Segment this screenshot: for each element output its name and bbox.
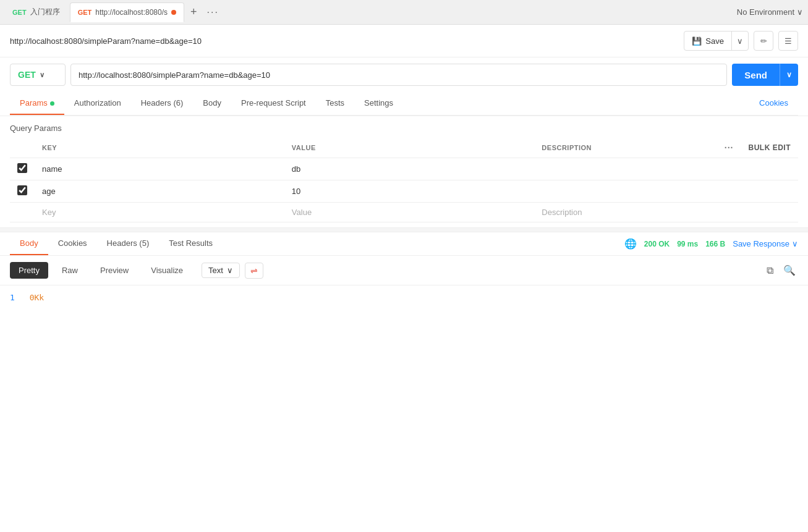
format-tab-preview[interactable]: Preview bbox=[91, 262, 137, 279]
env-chevron-icon: ∨ bbox=[797, 7, 803, 17]
tab-params[interactable]: Params bbox=[10, 92, 64, 115]
row-checkbox-1[interactable] bbox=[17, 163, 27, 173]
tab-prerequest[interactable]: Pre-request Script bbox=[231, 92, 316, 115]
method-url-row: GET ∨ Send ∨ bbox=[10, 57, 798, 92]
text-select-chevron: ∨ bbox=[227, 266, 233, 275]
key-cell-2[interactable]: age bbox=[35, 180, 284, 203]
table-row: name db bbox=[10, 158, 798, 180]
params-dot bbox=[50, 101, 54, 106]
text-select[interactable]: Text ∨ bbox=[202, 263, 240, 278]
format-toolbar: Pretty Raw Preview Visualize Text ∨ ⇌ ⧉ … bbox=[0, 256, 808, 285]
response-time: 99 ms bbox=[677, 240, 698, 248]
url-display: http://localhost:8080/simpleParam?name=d… bbox=[10, 36, 202, 46]
tab-body[interactable]: Body bbox=[193, 92, 231, 115]
comment-icon: ☰ bbox=[785, 36, 792, 46]
row-checkbox-2[interactable] bbox=[17, 185, 27, 195]
add-tab-button[interactable]: + bbox=[187, 6, 201, 19]
request-section: GET ∨ Send ∨ Params Authorization Header… bbox=[0, 57, 808, 116]
query-params-label: Query Params bbox=[10, 124, 798, 133]
search-button[interactable]: 🔍 bbox=[781, 262, 798, 279]
tab-bar: GET 入门程序 GET http://localhost:8080/s + ·… bbox=[0, 0, 808, 25]
save-button-group[interactable]: 💾 Save ∨ bbox=[684, 31, 749, 51]
save-button-main[interactable]: 💾 Save bbox=[684, 32, 732, 50]
request-tabs-row: Params Authorization Headers (6) Body Pr… bbox=[10, 92, 798, 116]
resp-tab-testresults[interactable]: Test Results bbox=[159, 232, 223, 255]
col-header-bulk[interactable]: Bulk Edit bbox=[741, 138, 799, 158]
response-body: 1 0Kk bbox=[0, 285, 808, 310]
resp-tab-body[interactable]: Body bbox=[10, 232, 48, 255]
edit-button[interactable]: ✏ bbox=[754, 31, 773, 51]
globe-icon: 🌐 bbox=[624, 238, 637, 250]
tab-title-1: 入门程序 bbox=[30, 7, 60, 17]
save-response-chevron: ∨ bbox=[792, 239, 798, 248]
value-placeholder[interactable]: Value bbox=[284, 203, 535, 222]
method-label: GET bbox=[18, 70, 36, 80]
col-header-check bbox=[10, 138, 35, 158]
col-header-value: VALUE bbox=[284, 138, 535, 158]
wrap-icon: ⇌ bbox=[250, 266, 258, 276]
desc-cell-2[interactable] bbox=[534, 180, 717, 203]
toolbar-right: ⧉ 🔍 bbox=[764, 262, 798, 279]
cookies-link[interactable]: Cookies bbox=[749, 92, 798, 115]
env-label: No Environment bbox=[737, 7, 794, 17]
env-selector[interactable]: No Environment ∨ bbox=[737, 7, 803, 17]
url-bar-area: http://localhost:8080/simpleParam?name=d… bbox=[0, 25, 808, 57]
desc-cell-1[interactable] bbox=[534, 158, 717, 180]
key-cell-1[interactable]: name bbox=[35, 158, 284, 180]
format-tab-pretty[interactable]: Pretty bbox=[10, 262, 48, 279]
status-code: 200 OK bbox=[644, 240, 670, 248]
tab-headers[interactable]: Headers (6) bbox=[131, 92, 193, 115]
save-label: Save bbox=[705, 36, 724, 46]
params-table: KEY VALUE DESCRIPTION ··· Bulk Edit name… bbox=[10, 138, 798, 222]
format-tab-visualize[interactable]: Visualize bbox=[142, 262, 192, 279]
send-button-group[interactable]: Send ∨ bbox=[732, 64, 798, 86]
comment-button[interactable]: ☰ bbox=[778, 31, 798, 51]
format-tab-raw[interactable]: Raw bbox=[53, 262, 87, 279]
save-response-label: Save Response bbox=[733, 239, 789, 248]
tab-authorization[interactable]: Authorization bbox=[64, 92, 131, 115]
key-placeholder[interactable]: Key bbox=[35, 203, 284, 222]
response-section: Body Cookies Headers (5) Test Results 🌐 … bbox=[0, 232, 808, 310]
query-params-section: Query Params KEY VALUE DESCRIPTION ··· B… bbox=[0, 116, 808, 222]
response-tabs-row: Body Cookies Headers (5) Test Results 🌐 … bbox=[0, 232, 808, 256]
table-row: age 10 bbox=[10, 180, 798, 203]
tab-title-2: http://localhost:8080/s bbox=[95, 8, 168, 17]
col-header-more: ··· bbox=[717, 138, 741, 158]
response-size: 166 B bbox=[705, 240, 725, 248]
resp-tab-cookies[interactable]: Cookies bbox=[48, 232, 97, 255]
section-divider bbox=[0, 227, 808, 232]
wrap-button[interactable]: ⇌ bbox=[245, 263, 263, 279]
method-select[interactable]: GET ∨ bbox=[10, 64, 66, 86]
table-more-icon[interactable]: ··· bbox=[725, 143, 734, 153]
response-meta: 🌐 200 OK 99 ms 166 B Save Response ∨ bbox=[624, 238, 798, 250]
save-response-button[interactable]: Save Response ∨ bbox=[733, 239, 798, 248]
text-select-label: Text bbox=[208, 266, 223, 275]
tab-method-label-2: GET bbox=[78, 9, 92, 16]
edit-icon: ✏ bbox=[760, 36, 767, 46]
url-bar-actions: 💾 Save ∨ ✏ ☰ bbox=[684, 31, 798, 51]
method-chevron-icon: ∨ bbox=[40, 71, 45, 79]
send-chevron-icon[interactable]: ∨ bbox=[780, 64, 798, 86]
tab-unsaved-dot bbox=[171, 10, 176, 15]
desc-placeholder[interactable]: Description bbox=[534, 203, 717, 222]
tab-get-localhost[interactable]: GET http://localhost:8080/s bbox=[70, 2, 184, 22]
tab-more-button[interactable]: ··· bbox=[203, 7, 223, 18]
value-cell-1[interactable]: db bbox=[284, 158, 535, 180]
line-number-1: 1 bbox=[10, 293, 15, 302]
copy-button[interactable]: ⧉ bbox=[764, 263, 776, 279]
col-header-desc: DESCRIPTION bbox=[534, 138, 717, 158]
tab-tests[interactable]: Tests bbox=[316, 92, 354, 115]
response-content-1: 0Kk bbox=[30, 293, 44, 302]
send-button-main[interactable]: Send bbox=[732, 64, 780, 86]
tab-method-label-1: GET bbox=[12, 9, 27, 16]
save-disk-icon: 💾 bbox=[692, 36, 702, 46]
url-input[interactable] bbox=[70, 64, 727, 86]
col-header-key: KEY bbox=[35, 138, 284, 158]
table-row-empty: Key Value Description bbox=[10, 203, 798, 222]
save-chevron[interactable]: ∨ bbox=[732, 32, 748, 50]
tab-get-intro[interactable]: GET 入门程序 bbox=[5, 2, 67, 22]
bulk-edit-button[interactable]: Bulk Edit bbox=[749, 143, 791, 152]
value-cell-2[interactable]: 10 bbox=[284, 180, 535, 203]
tab-settings[interactable]: Settings bbox=[354, 92, 403, 115]
resp-tab-headers[interactable]: Headers (5) bbox=[97, 232, 159, 255]
